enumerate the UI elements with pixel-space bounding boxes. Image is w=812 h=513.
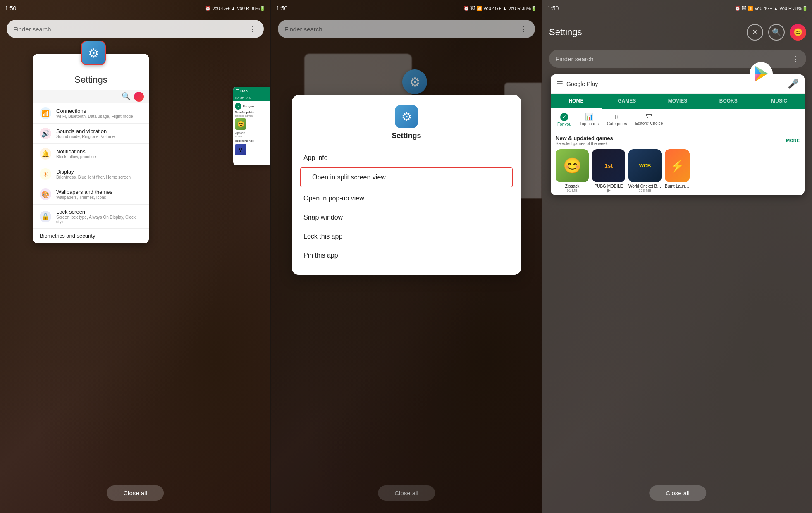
display-icon: ☀ xyxy=(40,168,51,180)
settings-item-connections[interactable]: 📶 Connections Wi-Fi, Bluetooth, Data usa… xyxy=(33,103,149,124)
app-burrit[interactable]: ⚡ Burrit Launc... xyxy=(665,149,690,193)
search-bar-1[interactable]: Finder search ⋮ xyxy=(7,20,264,38)
play-check: ✓ xyxy=(235,103,241,110)
gplay-floating-icon[interactable] xyxy=(749,61,774,86)
app-info-item[interactable]: App info xyxy=(292,148,521,167)
status-icons-2: ⏰ 🖼 📶 Vo0 4G+ ▲ Vo0 R 38%🔋 xyxy=(463,6,537,11)
burrit-name: Burrit Launc... xyxy=(665,184,690,188)
split-screen-item[interactable]: Open in split screen view xyxy=(300,167,513,187)
settings-search-icon[interactable]: 🔍 xyxy=(122,92,131,102)
subtab-editors[interactable]: 🛡 Editors' Choice xyxy=(632,110,666,129)
top-charts-label: Top charts xyxy=(580,122,599,126)
notif-icon: 🔔 xyxy=(40,148,51,160)
close-header-btn[interactable]: ✕ xyxy=(747,24,763,41)
connections-sub: Wi-Fi, Bluetooth, Data usage, Flight mod… xyxy=(56,114,133,119)
status-bar-3: 1:50 ⏰ 🖼 📶 Vo0 4G+ ▲ Vo0 R 38%🔋 xyxy=(542,0,812,17)
close-all-btn-1[interactable]: Close all xyxy=(107,485,164,501)
gplay-menu-icon[interactable]: ☰ xyxy=(556,79,563,88)
gplay-section: New & updated games Selected games of th… xyxy=(551,131,805,195)
battery-2: 38%🔋 xyxy=(522,6,537,11)
settings-item-display[interactable]: ☀ Display Brightness, Blue light filter,… xyxy=(33,164,149,184)
wcb-size: 275 MB xyxy=(628,188,662,193)
time-1: 1:50 xyxy=(5,5,16,12)
snap-window-item[interactable]: Snap window xyxy=(292,208,521,227)
status-bar-2: 1:50 ⏰ 🖼 📶 Vo0 4G+ ▲ Vo0 R 38%🔋 xyxy=(271,0,542,17)
subtab-top-charts[interactable]: 📊 Top charts xyxy=(576,110,602,129)
pin-app-item[interactable]: Pin this app xyxy=(292,246,521,265)
notif-sub: Block, allow, prioritise xyxy=(56,155,96,159)
gplay-nav-books[interactable]: BOOKS xyxy=(703,94,754,109)
section-more[interactable]: MORE xyxy=(786,138,800,143)
zipsack-icon: 😊 xyxy=(556,149,589,182)
close-all-btn-3[interactable]: Close all xyxy=(649,485,706,501)
subtab-for-you[interactable]: ✓ For you xyxy=(554,110,575,129)
settings-app-icon-1[interactable]: ⚙ xyxy=(81,41,106,65)
for-you-label-mini: For you xyxy=(243,105,254,108)
display-sub: Brightness, Blue light filter, Home scre… xyxy=(56,175,131,179)
wallpaper-sub: Wallpapers, Themes, Icons xyxy=(56,195,112,200)
selected-games-mini: Selected games xyxy=(235,115,269,117)
wcb-name: World Cricket Battle - Multiplay... xyxy=(628,184,662,188)
battery: 38%🔋 xyxy=(251,6,265,11)
settings-avatar[interactable] xyxy=(134,92,144,102)
header-avatar[interactable]: 😊 xyxy=(790,24,806,41)
editors-label: Editors' Choice xyxy=(635,121,663,126)
section-sub: Selected games of the week xyxy=(556,141,613,146)
app-zipsack[interactable]: 😊 Zipsack 91 MB xyxy=(556,149,589,193)
zipsack-size: 91 MB xyxy=(556,188,589,193)
gplay-nav-music[interactable]: MUSIC xyxy=(754,94,805,109)
sound-title: Sounds and vibration xyxy=(56,128,115,134)
play-mini-menu-icon: ☰ xyxy=(236,89,239,93)
panel-3: 1:50 ⏰ 🖼 📶 Vo0 4G+ ▲ Vo0 R 38%🔋 Settings… xyxy=(542,0,812,513)
battery-3: 38%🔋 xyxy=(793,6,808,11)
app-wcb[interactable]: WCB World Cricket Battle - Multiplay... … xyxy=(628,149,662,193)
connections-title: Connections xyxy=(56,108,133,114)
time-2: 1:50 xyxy=(276,5,287,12)
gplay-section-header: New & updated games Selected games of th… xyxy=(556,135,800,146)
gplay-nav-games[interactable]: GAMES xyxy=(602,94,652,109)
sound-sub: Sound mode, Ringtone, Volume xyxy=(56,134,115,139)
pubg-play-icon xyxy=(607,188,611,193)
pubg-name: PUBG MOBILE xyxy=(592,184,625,188)
settings-header-bar: Settings ✕ 🔍 😊 xyxy=(542,20,812,45)
time-3: 1:50 xyxy=(547,5,559,12)
search-placeholder-3: Finder search xyxy=(556,55,594,62)
gear-icon-1: ⚙ xyxy=(88,46,99,60)
gplay-nav-movies[interactable]: MOVIES xyxy=(652,94,703,109)
menu-dots-3[interactable]: ⋮ xyxy=(792,54,800,63)
section-title: New & updated games xyxy=(556,135,613,141)
app-icon-mini-1: 😊 xyxy=(235,118,246,130)
lock-app-item[interactable]: Lock this app xyxy=(292,227,521,246)
signal-3: Vo0 4G+ ▲ Vo0 R xyxy=(755,6,792,11)
connections-icon: 📶 xyxy=(40,107,51,119)
signal-icons: Vo0 4G+ ▲ Vo0 R xyxy=(212,6,249,11)
gplay-nav-home[interactable]: HOME xyxy=(551,94,602,109)
lock-icon: 🔒 xyxy=(40,211,51,222)
status-bar-1: 1:50 ⏰ Vo0 4G+ ▲ Vo0 R 38%🔋 xyxy=(0,0,270,17)
display-title: Display xyxy=(56,169,131,175)
settings-item-sound[interactable]: 🔊 Sounds and vibration Sound mode, Ringt… xyxy=(33,124,149,144)
gplay-mic-icon[interactable]: 🎤 xyxy=(788,79,799,89)
status-icons-1: ⏰ Vo0 4G+ ▲ Vo0 R 38%🔋 xyxy=(205,6,265,11)
settings-item-lock[interactable]: 🔒 Lock screen Screen lock type, Always O… xyxy=(33,205,149,229)
play-ga-tab: GA xyxy=(246,96,251,100)
popup-view-item[interactable]: Open in pop-up view xyxy=(292,189,521,208)
alarm-icon-2: ⏰ xyxy=(463,6,469,11)
search-header-btn[interactable]: 🔍 xyxy=(768,24,785,41)
alarm-icon: ⏰ xyxy=(205,6,211,11)
for-you-check: ✓ xyxy=(560,113,568,121)
signal-2: Vo0 4G+ ▲ Vo0 R xyxy=(483,6,521,11)
menu-dots-1[interactable]: ⋮ xyxy=(249,24,257,33)
subtab-categories[interactable]: ⊞ Categories xyxy=(604,110,630,129)
status-icons-3: ⏰ 🖼 📶 Vo0 4G+ ▲ Vo0 R 38%🔋 xyxy=(735,6,808,11)
gplay-subtabs: ✓ For you 📊 Top charts ⊞ Categories 🛡 Ed… xyxy=(551,109,805,131)
settings-item-wallpaper[interactable]: 🎨 Wallpapers and themes Wallpapers, Them… xyxy=(33,184,149,205)
close-x-icon: ✕ xyxy=(752,28,758,37)
alarm-icon-3: ⏰ xyxy=(735,6,740,11)
settings-item-notif[interactable]: 🔔 Notifications Block, allow, prioritise xyxy=(33,144,149,164)
img-icon-3: 🖼 xyxy=(742,6,746,11)
lock-sub: Screen lock type, Always On Display, Clo… xyxy=(56,215,142,224)
settings-item-biometrics[interactable]: Biometrics and security xyxy=(33,229,149,243)
avatar-icon: 😊 xyxy=(793,28,802,37)
app-pubg[interactable]: 1st PUBG MOBILE xyxy=(592,149,625,193)
